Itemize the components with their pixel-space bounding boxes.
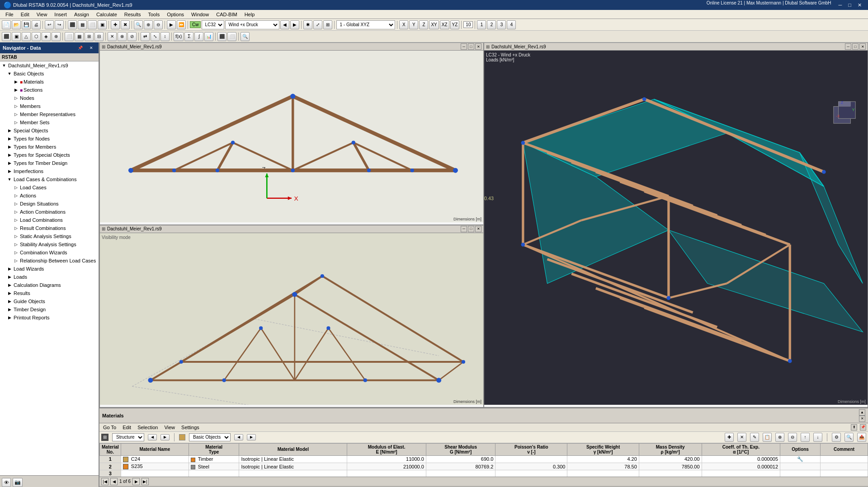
maximize-button[interactable]: □ (845, 0, 854, 9)
tree-member-sets[interactable]: ▷ Member Sets (0, 118, 99, 126)
menu-tools[interactable]: Tools (144, 11, 163, 18)
tree-toggle-sa[interactable]: ▷ (13, 233, 19, 239)
tb2-btn-2[interactable]: ▣ (12, 32, 21, 41)
tb-btn-y[interactable]: Y (409, 20, 418, 29)
tree-basic-objects[interactable]: ▼ Basic Objects (0, 70, 99, 78)
menu-window[interactable]: Window (188, 11, 212, 18)
menu-insert[interactable]: Insert (51, 11, 71, 18)
tree-imperfections[interactable]: ▶ Imperfections (0, 167, 99, 175)
tree-types-members[interactable]: ▶ Types for Members (0, 143, 99, 151)
tree-load-wizards[interactable]: ▶ Load Wizards (0, 265, 99, 273)
tree-toggle-ds[interactable]: ▷ (13, 201, 19, 207)
tree-design-situations[interactable]: ▷ Design Situations (0, 200, 99, 208)
tbl-btn-3[interactable]: ✎ (750, 433, 759, 442)
bo-prev[interactable]: ◀ (234, 434, 243, 440)
tbl-btn-8[interactable]: ↓ (813, 433, 822, 442)
tree-toggle-member-sets[interactable]: ▷ (13, 119, 19, 126)
tree-load-combos[interactable]: ▷ Load Combinations (0, 216, 99, 224)
nav-btn-1[interactable]: 👁 (2, 478, 11, 487)
tb-btn-x[interactable]: X (399, 20, 408, 29)
tree-action-combos[interactable]: ▷ Action Combinations (0, 208, 99, 216)
tree-materials[interactable]: ▶ ■ Materials (0, 78, 99, 86)
tree-toggle-sta[interactable]: ▷ (13, 241, 19, 248)
tree-types-special[interactable]: ▶ Types for Special Objects (0, 151, 99, 159)
panel-goto[interactable]: Go To (101, 424, 118, 431)
tree-toggle-rc[interactable]: ▷ (13, 225, 19, 231)
tb-btn-yz[interactable]: YZ (450, 20, 460, 29)
vp-tl-max[interactable]: □ (468, 43, 474, 50)
vp-r-max[interactable]: □ (852, 43, 859, 50)
save-button[interactable]: 💾 (22, 20, 31, 29)
tb-btn-zoom[interactable]: 🔍 (134, 20, 143, 29)
tbl-btn-2[interactable]: ✕ (737, 433, 746, 442)
tree-toggle-rlc[interactable]: ▷ (13, 258, 19, 264)
tb-btn-zoom2[interactable]: ⊕ (144, 20, 153, 29)
tb-btn-3d4[interactable]: 4 (507, 20, 516, 29)
tb-next-lc[interactable]: ▶ (290, 20, 299, 29)
tree-toggle-loads[interactable]: ▶ (6, 274, 13, 280)
filter-next[interactable]: ▶ (160, 434, 170, 440)
tb-btn-3d3[interactable]: 3 (497, 20, 506, 29)
tb-btn-6[interactable]: ▣ (98, 20, 107, 29)
undo-button[interactable]: ↩ (45, 20, 54, 29)
vp-tl-min[interactable]: ─ (461, 43, 467, 50)
tree-rel-load-cases[interactable]: ▷ Relationship Between Load Cases (0, 257, 99, 265)
tb2-btn-21[interactable]: ⬛ (217, 32, 226, 41)
tree-loads[interactable]: ▶ Loads (0, 273, 99, 281)
tb2-btn-19[interactable]: ∫ (194, 32, 203, 41)
tree-toggle-lw[interactable]: ▶ (6, 266, 13, 272)
tbl-btn-4[interactable]: 📋 (763, 433, 772, 442)
nav-close-button[interactable]: ✕ (87, 43, 96, 52)
tree-toggle-tspecial[interactable]: ▶ (6, 152, 13, 158)
tree-toggle-go[interactable]: ▶ (6, 298, 13, 304)
tb-btn-xy[interactable]: XY (429, 20, 439, 29)
tb-btn-b[interactable]: ⤢ (313, 20, 322, 29)
tree-special-objects[interactable]: ▶ Special Objects (0, 126, 99, 135)
tree-toggle-root[interactable]: ▼ (1, 62, 7, 69)
tree-calc-diagrams[interactable]: ▶ Calculation Diagrams (0, 281, 99, 289)
tb-prev-lc[interactable]: ◀ (280, 20, 289, 29)
tb-btn-z[interactable]: Z (419, 20, 428, 29)
tree-toggle-materials[interactable]: ▶ (13, 79, 19, 85)
structure-dropdown[interactable]: Structure (112, 433, 144, 441)
vp-bl-min[interactable]: ─ (461, 226, 467, 232)
vp-r-close[interactable]: ✕ (859, 43, 866, 50)
tb2-btn-4[interactable]: ⬡ (32, 32, 41, 41)
tree-toggle-members[interactable]: ▷ (13, 103, 19, 109)
tb2-btn-14[interactable]: ⇄ (141, 32, 150, 41)
bo-next[interactable]: ▶ (247, 434, 256, 440)
tb2-btn-10[interactable]: ⊟ (94, 32, 104, 41)
panel-selection[interactable]: Selection (136, 424, 160, 431)
tree-static-analysis[interactable]: ▷ Static Analysis Settings (0, 232, 99, 240)
tree-combo-wizards[interactable]: ▷ Combination Wizards (0, 248, 99, 257)
tree-toggle-tmembers[interactable]: ▶ (6, 144, 13, 150)
tb-btn-c[interactable]: ⊞ (323, 20, 332, 29)
page-first[interactable]: |◀ (101, 478, 108, 485)
tb2-btn-23[interactable]: 🔍 (241, 32, 250, 41)
tree-results[interactable]: ▶ Results (0, 289, 99, 297)
tree-toggle-nodes[interactable]: ▷ (13, 95, 19, 101)
panel-float[interactable]: ⬆ (851, 424, 857, 431)
tb2-btn-20[interactable]: 📊 (204, 32, 213, 41)
print-button[interactable]: 🖨 (32, 20, 41, 29)
tb2-btn-16[interactable]: ↕ (160, 32, 170, 41)
tree-member-reps[interactable]: ▷ Member Representatives (0, 110, 99, 118)
panel-close[interactable]: ✕ (859, 416, 865, 422)
coord-dropdown[interactable]: 1 - Global XYZ (336, 20, 395, 29)
tree-toggle-special[interactable]: ▶ (6, 127, 13, 134)
nav-btn-2[interactable]: 📷 (13, 478, 23, 487)
basic-objects-dropdown[interactable]: Basic Objects (189, 433, 231, 441)
panel-settings[interactable]: Settings (179, 424, 201, 431)
tree-nodes[interactable]: ▷ Nodes (0, 94, 99, 102)
tb-btn-3d2[interactable]: 2 (487, 20, 496, 29)
tree-stability-analysis[interactable]: ▷ Stability Analysis Settings (0, 240, 99, 248)
table-row[interactable]: 3 (100, 470, 868, 477)
tb-btn-3d1[interactable]: 1 (477, 20, 486, 29)
tb2-btn-7[interactable]: ⬜ (65, 32, 74, 41)
tree-timber-design[interactable]: ▶ Timber Design (0, 305, 99, 314)
tb2-btn-9[interactable]: ⊞ (85, 32, 94, 41)
table-row[interactable]: 1 C24 Timber Isotropic | Linear Elastic … (100, 455, 868, 463)
tree-toggle-pr[interactable]: ▶ (6, 314, 13, 321)
filter-prev[interactable]: ◀ (148, 434, 157, 440)
tree-toggle-td[interactable]: ▶ (6, 306, 13, 313)
